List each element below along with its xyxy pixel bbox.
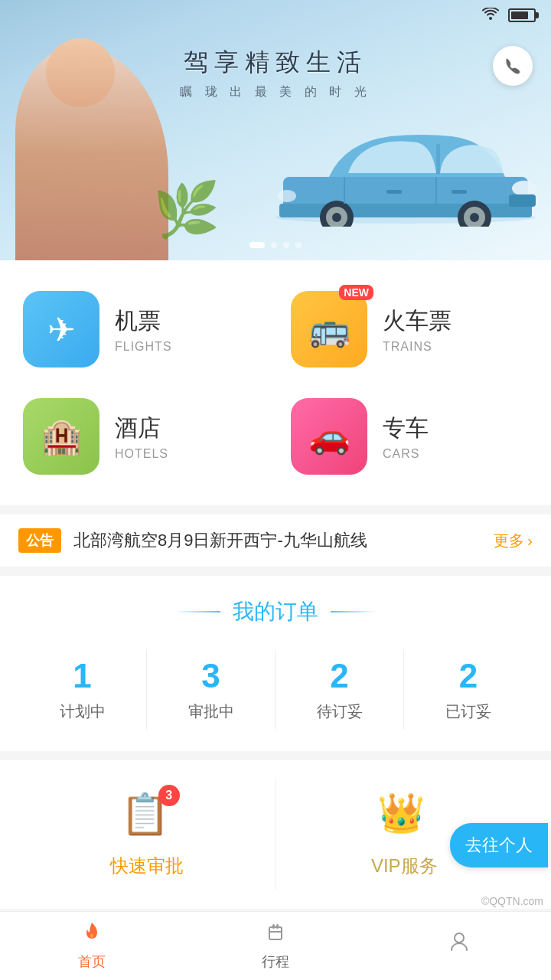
svg-rect-15 [269, 927, 282, 939]
banner-dots [249, 242, 302, 248]
hotels-en: HOTELS [115, 447, 168, 461]
hotels-icon-wrap: 🏨 [23, 398, 99, 475]
services-grid: ✈ 机票 FLIGHTS 🚌 NEW 火车票 TRAINS 🏨 [15, 283, 536, 482]
divider-left [174, 611, 220, 612]
vip-icon-wrap: 👑 [377, 791, 431, 844]
nav-trips[interactable]: 行程 [184, 912, 367, 980]
order-planned[interactable]: 1 计划中 [18, 649, 147, 730]
order-booked-count: 2 [459, 657, 478, 695]
service-cars[interactable]: 🚗 专车 CARS [283, 390, 536, 482]
trains-icon-wrap: 🚌 NEW [291, 291, 367, 368]
svg-rect-6 [509, 194, 536, 207]
hotels-cn: 酒店 [115, 413, 168, 444]
service-trains[interactable]: 🚌 NEW 火车票 TRAINS [283, 283, 536, 375]
nav-home[interactable]: 首页 [0, 912, 184, 980]
orders-section: 我的订单 1 计划中 3 审批中 2 待订妥 2 已订妥 [0, 576, 551, 751]
wifi-icon [482, 8, 499, 24]
announcement-more-btn[interactable]: 更多 › [494, 531, 533, 551]
order-pending-label: 待订妥 [317, 701, 363, 722]
hero-title: 驾享精致生活 [180, 46, 370, 80]
quick-approval[interactable]: 📋 3 快速审批 [18, 779, 276, 890]
quick-actions-section: 📋 3 快速审批 👑 VIP服务 去往个人 [0, 760, 551, 909]
tree-decoration: 🌿 [153, 178, 220, 241]
approval-label: 快速审批 [110, 854, 184, 878]
cars-icon: 🚗 [308, 416, 350, 456]
chevron-right-icon: › [527, 532, 533, 550]
trains-label: 火车票 TRAINS [383, 305, 452, 354]
order-approving-count: 3 [201, 657, 220, 695]
cars-en: CARS [383, 447, 429, 461]
profile-icon [448, 930, 471, 959]
trains-cn: 火车票 [383, 305, 452, 337]
hero-subtitle: 瞩 珑 出 最 美 的 时 光 [180, 84, 370, 100]
vip-label: VIP服务 [371, 854, 438, 878]
service-flights[interactable]: ✈ 机票 FLIGHTS [15, 283, 268, 375]
services-section: ✈ 机票 FLIGHTS 🚌 NEW 火车票 TRAINS 🏨 [0, 260, 551, 505]
watermark: ©QQTN.com [481, 895, 543, 907]
order-booked-label: 已订妥 [445, 701, 491, 722]
trains-icon: 🚌 [308, 309, 350, 349]
svg-point-9 [332, 213, 341, 222]
announcement-tag: 公告 [18, 528, 61, 553]
home-icon [80, 921, 103, 949]
status-bar [0, 0, 551, 31]
svg-point-19 [455, 933, 464, 942]
home-label: 首页 [78, 952, 106, 971]
service-hotels[interactable]: 🏨 酒店 HOTELS [15, 390, 268, 482]
svg-point-5 [278, 190, 296, 202]
hero-banner: 🌿 [0, 0, 551, 260]
svg-rect-13 [386, 190, 402, 194]
hotels-label: 酒店 HOTELS [115, 413, 168, 461]
svg-point-12 [470, 213, 479, 222]
section-header: 我的订单 [18, 597, 533, 626]
dot-4[interactable] [295, 242, 302, 248]
approval-icon-wrap: 📋 3 [120, 791, 174, 844]
cars-label: 专车 CARS [383, 413, 429, 461]
flights-label: 机票 FLIGHTS [115, 305, 172, 354]
trips-label: 行程 [262, 952, 289, 971]
order-approving[interactable]: 3 审批中 [147, 649, 276, 730]
trips-icon [264, 921, 287, 949]
svg-rect-3 [279, 204, 532, 217]
new-badge: NEW [339, 285, 373, 300]
cars-icon-wrap: 🚗 [291, 398, 367, 475]
order-planned-count: 1 [73, 657, 91, 695]
order-pending[interactable]: 2 待订妥 [276, 649, 404, 730]
dot-1[interactable] [249, 242, 265, 248]
bottom-nav: 首页 行程 [0, 911, 551, 980]
approval-badge: 3 [158, 785, 180, 806]
svg-rect-16 [272, 924, 275, 929]
order-approving-label: 审批中 [188, 701, 234, 722]
order-pending-count: 2 [330, 657, 348, 695]
dot-3[interactable] [283, 242, 289, 248]
nav-profile[interactable] [367, 912, 551, 980]
dot-2[interactable] [271, 242, 277, 248]
phone-button[interactable] [493, 46, 533, 86]
battery-icon [508, 8, 536, 22]
order-planned-label: 计划中 [60, 701, 106, 722]
divider-right [331, 611, 377, 612]
svg-point-4 [512, 181, 536, 196]
trains-en: TRAINS [383, 340, 452, 354]
orders-grid: 1 计划中 3 审批中 2 待订妥 2 已订妥 [18, 649, 533, 730]
flights-cn: 机票 [115, 305, 172, 337]
go-personal-button[interactable]: 去往个人 [450, 823, 548, 867]
order-booked[interactable]: 2 已订妥 [404, 649, 533, 730]
flights-icon-wrap: ✈ [23, 291, 99, 368]
quick-vip[interactable]: 👑 VIP服务 去往个人 [276, 779, 533, 890]
svg-rect-17 [276, 924, 279, 929]
hotels-icon: 🏨 [41, 416, 83, 456]
hero-text-area: 驾享精致生活 瞩 珑 出 最 美 的 时 光 [180, 46, 370, 100]
vip-crown-icon: 👑 [377, 792, 425, 835]
orders-title: 我的订单 [233, 597, 318, 626]
announcement-text: 北部湾航空8月9日新开西宁-九华山航线 [73, 529, 481, 552]
announcement-bar[interactable]: 公告 北部湾航空8月9日新开西宁-九华山航线 更多 › [0, 514, 551, 567]
flights-icon: ✈ [47, 310, 76, 349]
svg-rect-14 [452, 190, 467, 194]
cars-cn: 专车 [383, 413, 429, 444]
car-illustration [268, 104, 543, 230]
flights-en: FLIGHTS [115, 340, 172, 354]
svg-rect-2 [436, 144, 440, 175]
